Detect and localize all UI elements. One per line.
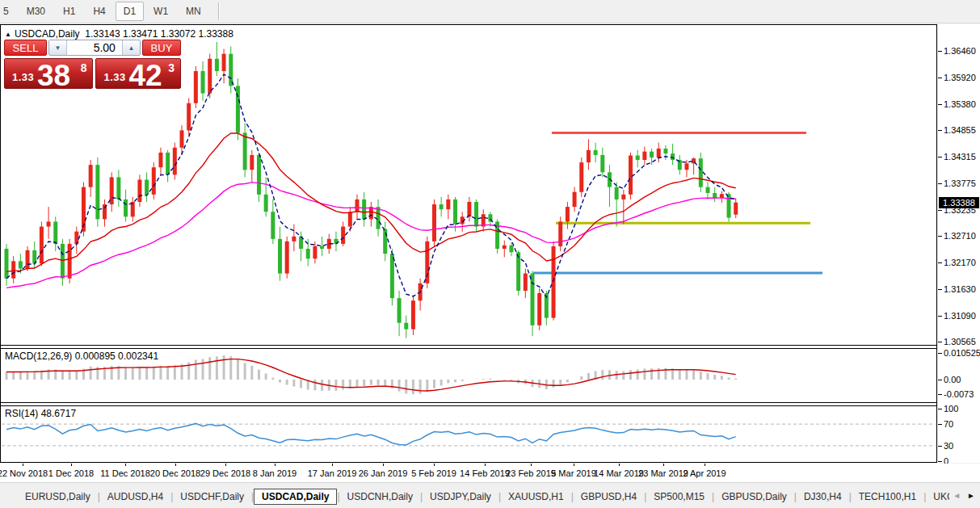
candle-body [734,203,738,215]
date-axis-label: 14 Mar 2019 [594,468,644,478]
axis-tick [938,130,942,131]
candle-body [531,274,535,325]
candle-body [671,153,675,160]
sell-price-big-digits: 38 [37,61,70,90]
ohlc-open: 1.33143 [85,28,120,40]
timeframe-button-mn[interactable]: MN [178,2,209,21]
axis-tick [938,104,942,105]
date-tick [485,464,486,466]
candle-body [425,241,429,283]
date-axis-label: 5 Feb 2019 [411,468,456,478]
candle-body [684,163,688,170]
candle-body [657,149,661,157]
candle-body [663,149,667,153]
buy-button[interactable]: BUY [142,40,181,56]
candle-body [215,59,219,71]
tab-scroll-right-icon[interactable]: ► [967,491,975,501]
date-axis[interactable]: 22 Nov 20181 Dec 201811 Dec 201820 Dec 2… [0,464,980,482]
candle-body [264,195,268,212]
axis-tick [938,353,942,354]
tab-usdcad-daily[interactable]: USDCAD,Daily [254,489,337,505]
tab-tech100-h1[interactable]: TECH100,H1 [852,489,923,505]
candle-body [341,227,345,244]
candle-body [180,130,184,147]
date-axis-label: 29 Dec 2018 [200,468,250,478]
date-axis-label: 20 Dec 2018 [150,468,200,478]
candle-body [61,244,65,279]
candle-body [706,187,710,193]
tab-eurusd-daily[interactable]: EURUSD,Daily [18,489,98,505]
candle-body [173,148,177,175]
candle-body [713,193,717,198]
candle-body [145,179,149,194]
timeframe-button-5[interactable]: 5 [0,2,17,21]
timeframe-button-h4[interactable]: H4 [85,2,113,21]
tab-scroll-buttons: ◄ ► [949,489,978,502]
timeframe-button-m30[interactable]: M30 [19,2,53,21]
price-axis-label: 1.32710 [944,231,976,241]
candle-body [271,212,275,239]
candle-body [650,152,654,157]
sell-button[interactable]: SELL [4,40,47,56]
date-tick [225,464,226,466]
price-axis-label: 1.30565 [944,337,976,346]
date-axis-label: 17 Jan 2019 [308,468,357,478]
candle-body [558,221,562,246]
rsi-line [6,423,736,445]
collapse-chart-icon[interactable]: ▲ [5,31,11,38]
timeframe-button-d1[interactable]: D1 [116,2,144,21]
volume-input[interactable]: 5.00 [67,40,122,55]
candle-body [278,239,282,274]
tab-audusd-h4[interactable]: AUDUSD,H4 [100,489,170,505]
tab-gbpusd-h4[interactable]: GBPUSD,H4 [574,489,644,505]
axis-tick [938,461,942,462]
candle-body [47,221,51,226]
tab-xauusd-h1[interactable]: XAUUSD,H1 [501,489,571,505]
candle-body [124,199,128,216]
axis-tick [938,380,942,380]
timeframe-button-w1[interactable]: W1 [145,2,176,21]
date-tick [71,464,72,466]
volume-increase-icon[interactable]: ▲ [122,40,140,55]
sell-price-display[interactable]: 1.33 38 8 [4,58,93,89]
tab-gbpusd-daily[interactable]: GBPUSD,Daily [714,489,794,505]
macd-axis-label: -0.0073 [944,389,974,399]
candle-body [166,153,170,174]
date-tick [175,464,176,466]
date-axis-label: 14 Feb 2019 [460,468,510,478]
axis-tick [938,446,942,447]
price-axis[interactable]: 1.364601.359201.353801.348551.343151.337… [938,24,980,463]
tab-usdjpy-daily[interactable]: USDJPY,Daily [423,489,498,505]
candle-body [257,155,261,195]
candle-body [152,167,156,195]
tab-usdchf-daily[interactable]: USDCHF,Daily [173,489,251,505]
tab-usdcnh-daily[interactable]: USDCNH,Daily [340,489,420,505]
date-tick [705,464,705,466]
volume-decrease-icon[interactable]: ▼ [49,40,67,55]
timeframe-button-h1[interactable]: H1 [55,2,83,21]
candle-body [594,150,598,155]
one-click-trading-panel: SELL ▼ 5.00 ▲ BUY 1.33 38 8 1.33 42 3 [4,40,181,89]
candle-body [404,323,408,330]
tab-dj30-h4[interactable]: DJ30,H4 [797,489,849,505]
buy-price-display[interactable]: 1.33 42 3 [95,58,181,89]
date-axis-label: 23 Feb 2019 [506,468,556,478]
price-axis-label: 1.32170 [944,258,976,267]
candle-body [579,162,583,192]
rsi-axis-label: 100 [944,404,958,414]
tab-scroll-left-icon[interactable]: ◄ [953,491,961,501]
date-tick [125,464,126,466]
axis-tick [938,236,942,237]
candle-body [390,254,394,298]
ohlc-close: 1.33388 [198,28,233,40]
date-axis-label: 8 Jan 2019 [253,468,297,478]
candle-body [699,158,703,187]
axis-tick [938,183,942,184]
axis-tick [938,342,942,342]
candle-body [566,207,570,221]
date-tick [574,464,574,466]
axis-tick [938,51,942,52]
buy-price-prefix: 1.33 [103,71,125,83]
tab-sp500-m15[interactable]: SP500,M15 [646,489,712,505]
price-axis-label: 1.33775 [944,178,976,188]
